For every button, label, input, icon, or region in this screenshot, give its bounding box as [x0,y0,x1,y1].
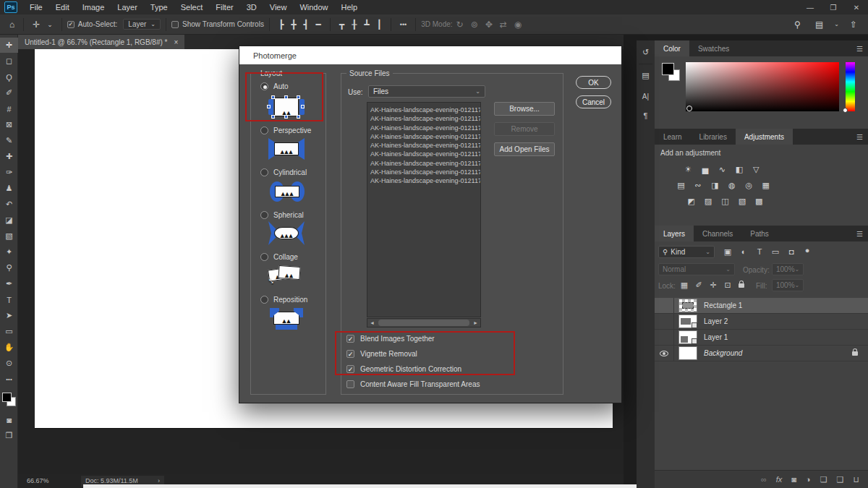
layer-row[interactable]: Background [655,346,868,361]
filter-adjustment-layers-icon[interactable]: ◐ [737,247,750,256]
hue-saturation-icon[interactable]: ▤ [675,181,687,190]
panel-menu-icon[interactable]: ☰ [856,230,863,238]
layout-option-spherical[interactable]: Spherical [260,211,304,219]
lock-pixels-icon[interactable]: ✐ [692,281,705,290]
minimize-button[interactable]: — [799,4,822,12]
character-panel-icon[interactable]: A| [637,93,655,100]
properties-icon[interactable]: ▤ [637,71,655,80]
source-file-item[interactable]: AK-Haines-landscape-evening-012117-40.j [367,124,480,132]
menu-layer[interactable]: Layer [111,3,144,12]
document-tab-close-icon[interactable]: × [174,38,178,46]
selective-color-icon[interactable]: ▩ [753,197,765,206]
layer-mask-icon[interactable]: ◙ [791,475,796,484]
restore-button[interactable]: ❐ [822,4,845,12]
link-layers-icon[interactable]: ∞ [761,475,767,484]
menu-edit[interactable]: Edit [49,3,76,12]
distribute-bottom-icon[interactable]: ┻ [360,20,373,30]
crop-tool[interactable]: # [0,101,18,116]
radio-reposition[interactable] [260,296,268,304]
history-brush-tool[interactable]: ↶ [0,197,18,212]
layer-name[interactable]: Layer 1 [704,333,728,341]
layout-option-perspective[interactable]: Perspective [260,127,311,134]
color-gradient-field[interactable] [686,62,839,111]
hue-slider-handle[interactable] [843,108,848,113]
invert-icon[interactable]: ◩ [685,197,697,206]
tab-learn[interactable]: Learn [655,129,691,145]
layer-thumbnail[interactable] [678,314,697,328]
threshold-icon[interactable]: ◫ [719,197,731,206]
tab-channels[interactable]: Channels [694,226,741,241]
dodge-tool[interactable]: ⚲ [0,260,18,275]
brightness-contrast-icon[interactable]: ☀ [682,165,694,174]
show-transform-checkbox[interactable] [171,21,179,28]
layout-option-collage[interactable]: Collage [260,253,298,261]
panel-menu-icon[interactable]: ☰ [856,133,863,141]
vibrance-icon[interactable]: ▽ [750,165,762,174]
layer-row[interactable]: Rectangle 1 [655,298,868,314]
scroll-left-icon[interactable]: ◄ [367,320,377,325]
radio-perspective[interactable] [260,127,268,134]
gradient-map-icon[interactable]: ▧ [736,197,748,206]
opacity-field[interactable]: 100% ⌄ [772,263,804,275]
3d-roll-icon[interactable]: ⊚ [467,20,482,30]
layer-style-icon[interactable]: fx [776,475,783,484]
content-aware-checkbox-row[interactable]: Content Aware Fill Transparent Areas [346,380,480,388]
menu-type[interactable]: Type [144,3,174,12]
3d-slide-icon[interactable]: ⇄ [496,20,511,30]
scrollbar-thumb[interactable] [378,320,469,326]
distribute-horizontal-icon[interactable]: ┃ [373,20,386,30]
radio-collage[interactable] [260,253,268,261]
edit-toolbar-icon[interactable]: ••• [0,372,18,387]
gradient-tool[interactable]: ▧ [0,228,18,244]
filter-smart-object-icon[interactable]: ◘ [785,247,798,256]
color-balance-icon[interactable]: ∾ [692,181,704,190]
quick-selection-tool[interactable]: ✐ [0,85,18,100]
radio-spherical[interactable] [260,211,268,219]
browse-button[interactable]: Browse... [494,102,555,116]
source-file-item[interactable]: AK-Haines-landscape-evening-012117-42.j [367,141,480,150]
visibility-toggle[interactable] [655,314,674,330]
filter-shape-layers-icon[interactable]: ▭ [769,247,782,257]
chevron-down-icon[interactable]: ⌄ [43,21,56,28]
panel-menu-icon[interactable]: ☰ [856,45,863,53]
clone-stamp-tool[interactable]: ♟ [0,181,18,196]
tab-paths[interactable]: Paths [741,226,778,241]
more-options-icon[interactable]: ••• [396,21,410,28]
frame-tool[interactable]: ⊠ [0,117,18,132]
menu-3d[interactable]: 3D [240,3,263,12]
layout-option-cylindrical[interactable]: Cylindrical [260,168,307,176]
history-icon[interactable]: ↺ [637,48,655,57]
source-file-item[interactable]: AK-Haines-landscape-evening-012117-39.j [367,114,480,123]
tab-swatches[interactable]: Swatches [689,40,738,56]
levels-icon[interactable]: ▅ [699,165,711,174]
share-icon[interactable]: ⇧ [846,20,861,30]
quick-mask-icon[interactable]: ◙ [0,412,18,427]
exposure-icon[interactable]: ◧ [733,165,745,174]
move-tool[interactable]: ✛ [0,38,18,53]
type-tool[interactable]: T [0,292,18,307]
zoom-tool[interactable]: ⊙ [0,356,18,371]
color-picker-handle[interactable] [686,106,692,111]
move-tool-icon[interactable]: ✛ [29,20,43,30]
layer-name[interactable]: Rectangle 1 [704,301,742,309]
chevron-down-icon[interactable]: ⌄ [834,21,839,27]
search-icon[interactable]: ⚲ [791,20,804,30]
workspace-icon[interactable]: ▤ [812,20,827,30]
menu-help[interactable]: Help [335,3,365,12]
source-file-item[interactable]: AK-Haines-landscape-evening-012117-43.j [367,150,480,158]
zoom-level[interactable]: 66.67% [27,477,67,484]
home-icon[interactable]: ⌂ [6,20,18,30]
posterize-icon[interactable]: ▨ [702,197,714,206]
menu-file[interactable]: File [23,3,49,12]
dialog-title[interactable]: Photomerge [239,46,621,64]
blend-mode-dropdown[interactable]: Normal ⌄ [658,263,735,275]
menu-filter[interactable]: Filter [209,3,239,12]
lock-transparency-icon[interactable]: ▦ [678,281,691,290]
lock-artboard-icon[interactable]: ⊡ [721,281,734,290]
curves-icon[interactable]: ∿ [716,165,728,174]
close-button[interactable]: ✕ [845,4,868,12]
document-tab[interactable]: Untitled-1 @ 66.7% (Rectangle 1, RGB/8#)… [18,35,184,49]
new-group-icon[interactable]: ❏ [820,475,827,484]
align-justify-icon[interactable]: ━ [312,20,325,30]
source-file-item[interactable]: AK-Haines-landscape-evening-012117-46.j [367,176,480,185]
